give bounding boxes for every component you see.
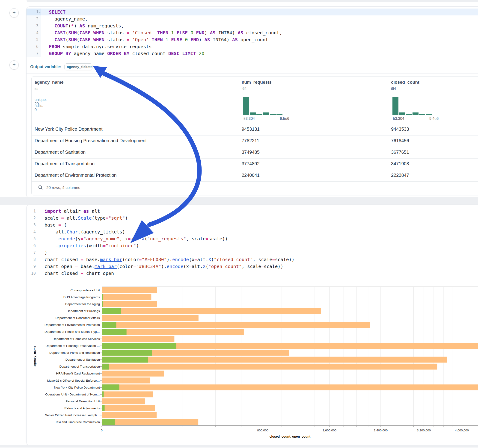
open-bar[interactable] — [102, 364, 109, 370]
line-number: 7 — [26, 249, 38, 256]
line-number: 6 — [26, 242, 38, 249]
table-row[interactable]: Department of Environmental Protection 2… — [31, 170, 478, 182]
histogram-bar — [243, 97, 249, 115]
code-line[interactable]: 9chart_open = base.mark_bar(color="#8BC3… — [26, 263, 478, 270]
closed-bar[interactable] — [102, 336, 174, 342]
open-bar[interactable] — [102, 329, 126, 335]
python-code-editor[interactable]: 1import altair as alt2scale = alt.Scale(… — [26, 208, 478, 277]
open-bar[interactable] — [102, 343, 176, 349]
histogram-bar — [263, 112, 269, 115]
column-type: str — [35, 87, 39, 91]
table-row[interactable]: Department of Transportation 3774892 347… — [31, 158, 478, 170]
x-tick-label: 0 — [101, 429, 103, 432]
sql-code-editor[interactable]: 1SELECT 2 agency_name,3 COUNT(*) AS num_… — [26, 8, 478, 57]
closed-bar[interactable] — [102, 294, 151, 300]
open-bar[interactable] — [102, 384, 120, 390]
x-tick-label: 800,000 — [257, 429, 268, 432]
histogram-bar — [426, 114, 432, 115]
closed-bar[interactable] — [102, 287, 157, 293]
y-axis-title: agency_name — [33, 346, 37, 367]
text-cursor — [69, 10, 69, 15]
closed-bar[interactable] — [102, 357, 447, 363]
output-variable-label: Output variable: — [30, 64, 61, 69]
code-line[interactable]: 4 alt.Chart(agency_tickets) — [26, 228, 478, 235]
y-tick-label: Correspondence Unit — [70, 288, 100, 292]
code-line[interactable]: 6FROM sample_data.nyc.service_requests — [26, 43, 478, 50]
code-line[interactable]: 5 CAST(SUM(CASE WHEN status = 'Open' THE… — [26, 36, 478, 43]
table-row[interactable]: Department of Housing Preservation and D… — [31, 135, 478, 147]
histogram-bar — [270, 114, 276, 115]
previous-cell-edge — [26, 0, 478, 2]
closed-bar[interactable] — [102, 398, 145, 404]
y-tick-label: Senior Citizen Rent Increase Exempti… — [45, 413, 100, 417]
code-line[interactable]: 7) — [26, 249, 478, 256]
open-bar[interactable] — [102, 322, 116, 328]
closed-bar[interactable] — [102, 412, 157, 418]
table-row[interactable]: Department of Sanitation 3749485 3677651 — [31, 147, 478, 159]
line-number: 3 — [26, 22, 41, 29]
closed-bar[interactable] — [102, 391, 153, 397]
closed-bar[interactable] — [102, 308, 321, 314]
closed-bar[interactable] — [102, 322, 370, 328]
code-text: base = ( — [38, 221, 67, 228]
closed-bar[interactable] — [102, 315, 199, 321]
open-bar[interactable] — [102, 301, 103, 307]
closed-bar[interactable] — [102, 378, 150, 384]
closed-bar[interactable] — [102, 364, 437, 370]
open-bar[interactable] — [102, 357, 148, 363]
closed-bar[interactable] — [102, 419, 198, 425]
cell-num-requests: 7782211 — [242, 138, 259, 143]
closed-bar[interactable] — [102, 371, 164, 377]
closed-bar[interactable] — [102, 405, 155, 411]
code-line[interactable]: 10chart_closed + chart_open — [26, 270, 478, 277]
closed-bar[interactable] — [102, 301, 157, 307]
histogram-min-label: 53,304 — [393, 117, 404, 121]
y-tick-label: Taxi and Limousine Commission — [55, 420, 100, 424]
column-type: i64 — [242, 87, 246, 91]
code-line[interactable]: 4 CAST(SUM(CASE WHEN status = 'Closed' T… — [26, 29, 478, 36]
open-bar[interactable] — [102, 419, 115, 425]
code-line[interactable]: 3base = ( — [26, 221, 478, 228]
code-line[interactable]: 3 COUNT(*) AS num_requests, — [26, 22, 478, 29]
histogram-bar — [277, 114, 283, 115]
code-line[interactable]: 7GROUP BY agency_name ORDER BY closed_co… — [26, 50, 478, 57]
code-line[interactable]: 6 .properties(width="container") — [26, 242, 478, 249]
column-histogram — [243, 97, 284, 115]
altair-bar-chart[interactable]: Correspondence UnitDHS Advantage Program… — [26, 278, 478, 442]
closed-bar[interactable] — [102, 384, 478, 390]
output-variable-pill[interactable]: agency_tickets — [64, 63, 93, 70]
line-number: 6 — [26, 43, 41, 50]
code-text: chart_closed + chart_open — [38, 270, 114, 277]
cell-agency-name: Department of Housing Preservation and D… — [35, 138, 147, 143]
line-number: 9 — [26, 263, 38, 270]
next-cell-edge — [0, 447, 478, 448]
code-text: agency_name, — [41, 15, 88, 22]
add-cell-button-top[interactable]: + — [9, 8, 19, 18]
open-bar[interactable] — [102, 405, 105, 411]
open-bar[interactable] — [102, 391, 104, 397]
open-bar[interactable] — [102, 308, 121, 314]
open-bar[interactable] — [102, 294, 103, 300]
line-number: 8 — [26, 256, 38, 263]
code-text: alt.Chart(agency_tickets) — [38, 228, 125, 235]
y-tick-label: Department of Homeless Services — [53, 337, 100, 341]
histogram-max-label: 9.5e6 — [280, 117, 289, 121]
plus-icon: + — [13, 9, 16, 15]
code-line[interactable]: 2scale = alt.Scale(type="sqrt") — [26, 215, 478, 221]
code-line[interactable]: 2 agency_name, — [26, 15, 478, 22]
line-number: 5 — [26, 235, 38, 242]
code-line[interactable]: 8chart_closed = base.mark_bar(color="#FF… — [26, 256, 478, 263]
code-line[interactable]: 1import altair as alt — [26, 208, 478, 215]
cell-closed-count: 3677651 — [391, 149, 409, 155]
search-icon[interactable] — [38, 185, 43, 190]
open-bar[interactable] — [102, 350, 152, 356]
table-row[interactable]: New York City Police Department 9453131 … — [31, 124, 478, 136]
cell-num-requests: 3749485 — [242, 149, 260, 155]
cell-agency-name: Department of Sanitation — [35, 149, 86, 155]
histogram-max-label: 9.4e6 — [429, 117, 439, 121]
add-cell-button-output[interactable]: + — [9, 60, 19, 70]
code-text: .encode(y="agency_name", x=alt.X("num_re… — [38, 235, 228, 242]
code-line[interactable]: 5 .encode(y="agency_name", x=alt.X("num_… — [26, 235, 478, 242]
code-text: CAST(SUM(CASE WHEN status = 'Closed' THE… — [41, 29, 282, 36]
code-line[interactable]: 1SELECT — [26, 8, 478, 15]
